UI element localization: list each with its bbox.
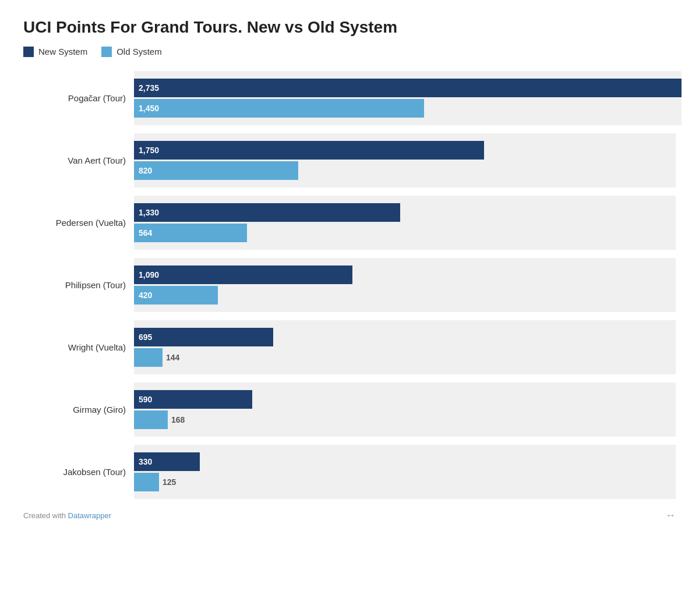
new-bar-4: 695 [134,328,273,346]
row-label-4: Wright (Vuelta) [23,342,134,352]
new-bar-6: 330 [134,452,200,471]
old-bar-row-2: 564 [134,224,676,242]
old-bar-2: 564 [134,224,247,242]
bars-container-1: 1,750820 [134,133,676,187]
bars-container-0: 2,7351,450 [134,71,682,125]
bar-group-3: Philipsen (Tour)1,090420 [23,258,676,312]
legend-new-swatch [23,47,34,57]
new-bar-0: 2,735 [134,79,682,97]
bars-container-4: 695144 [134,320,676,374]
old-bar-row-5: 168 [134,410,676,429]
new-bar-label-2: 1,330 [139,208,159,217]
bars-container-5: 590168 [134,383,676,437]
new-bar-label-5: 590 [139,395,152,404]
row-label-5: Girmay (Giro) [23,405,134,415]
old-bar-label-3: 420 [139,291,152,300]
old-bar-6 [134,473,159,491]
new-bar-row-2: 1,330 [134,203,676,222]
legend: New System Old System [23,47,676,57]
old-bar-0: 1,450 [134,99,424,118]
bar-group-0: Pogačar (Tour)2,7351,450 [23,71,676,125]
new-bar-row-4: 695 [134,328,676,346]
row-label-3: Philipsen (Tour) [23,280,134,290]
legend-old: Old System [101,47,162,57]
bar-group-5: Girmay (Giro)590168 [23,383,676,437]
bar-group-4: Wright (Vuelta)695144 [23,320,676,374]
old-bar-row-6: 125 [134,473,676,491]
old-bar-5 [134,410,168,429]
old-bar-label-5: 168 [168,415,185,424]
bar-group-6: Jakobsen (Tour)330125 [23,445,676,499]
new-bar-5: 590 [134,390,252,409]
new-bar-row-1: 1,750 [134,141,676,160]
old-bar-label-1: 820 [139,166,152,175]
footer-arrow: ↔ [665,509,676,522]
old-bar-row-4: 144 [134,348,676,367]
old-bar-label-2: 564 [139,228,152,238]
new-bar-label-6: 330 [139,457,152,466]
chart-area: Pogačar (Tour)2,7351,450Van Aert (Tour)1… [23,71,676,499]
new-bar-2: 1,330 [134,203,400,222]
old-bar-label-0: 1,450 [139,104,159,113]
row-label-2: Pedersen (Vuelta) [23,218,134,228]
new-bar-row-3: 1,090 [134,265,676,284]
row-label-1: Van Aert (Tour) [23,155,134,165]
datawrapper-link[interactable]: Datawrapper [68,511,111,520]
bar-group-1: Van Aert (Tour)1,750820 [23,133,676,187]
footer-credit: Created with Datawrapper [23,511,111,520]
bars-container-6: 330125 [134,445,676,499]
new-bar-3: 1,090 [134,265,352,284]
footer-credit-text: Created with [23,511,68,520]
new-bar-label-4: 695 [139,332,152,342]
legend-new-label: New System [38,47,87,56]
new-bar-label-1: 1,750 [139,146,159,155]
bars-container-3: 1,090420 [134,258,676,312]
new-bar-label-3: 1,090 [139,270,159,279]
row-label-6: Jakobsen (Tour) [23,467,134,477]
chart-title: UCI Points For Grand Tours. New vs Old S… [23,17,676,37]
old-bar-label-4: 144 [163,353,179,362]
old-bar-1: 820 [134,161,298,180]
old-bar-row-1: 820 [134,161,676,180]
footer: Created with Datawrapper ↔ [23,509,676,522]
legend-new: New System [23,47,87,57]
old-bar-row-0: 1,450 [134,99,682,118]
new-bar-row-0: 2,735 [134,79,682,97]
new-bar-row-6: 330 [134,452,676,471]
old-bar-4 [134,348,163,367]
legend-old-label: Old System [116,47,162,56]
old-bar-3: 420 [134,286,218,305]
new-bar-label-0: 2,735 [139,83,159,93]
old-bar-row-3: 420 [134,286,676,305]
bars-container-2: 1,330564 [134,196,676,250]
legend-old-swatch [101,47,112,57]
row-label-0: Pogačar (Tour) [23,93,134,103]
new-bar-1: 1,750 [134,141,484,160]
new-bar-row-5: 590 [134,390,676,409]
old-bar-label-6: 125 [159,477,176,487]
bar-group-2: Pedersen (Vuelta)1,330564 [23,196,676,250]
